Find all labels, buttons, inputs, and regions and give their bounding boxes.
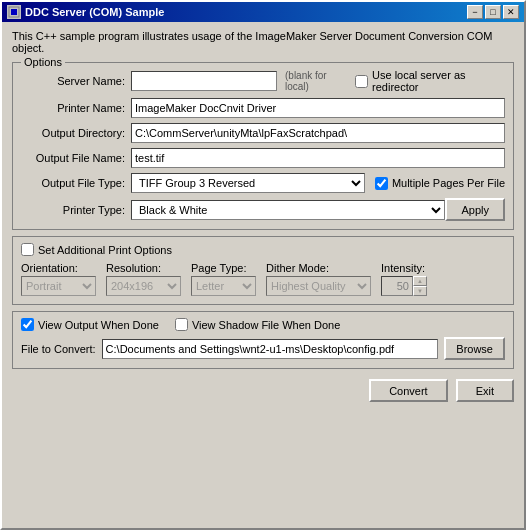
multiple-pages-checkbox[interactable] [375,177,388,190]
view-shadow-text: View Shadow File When Done [192,319,340,331]
intensity-input[interactable] [381,276,413,296]
printer-type-label: Printer Type: [21,204,131,216]
output-dir-row: Output Directory: [21,123,505,143]
server-name-input[interactable] [131,71,277,91]
output-file-type-select[interactable]: TIFF Group 3 Reversed TIFF Group 4 TIFF … [131,173,365,193]
output-dir-label: Output Directory: [21,127,131,139]
file-convert-row: File to Convert: Browse [21,337,505,360]
intensity-spinner: ▲ ▼ [381,276,427,296]
browse-button[interactable]: Browse [444,337,505,360]
view-output-text: View Output When Done [38,319,159,331]
intensity-label: Intensity: [381,262,427,274]
multiple-pages-label[interactable]: Multiple Pages Per File [375,177,505,190]
page-type-select[interactable]: Letter Legal A4 [191,276,256,296]
printer-type-select[interactable]: Black & White Color Grayscale [131,200,445,220]
server-name-label: Server Name: [21,75,131,87]
printer-name-row: Printer Name: [21,98,505,118]
dither-mode-label: Dither Mode: [266,262,371,274]
output-file-input[interactable] [131,148,505,168]
resolution-group: Resolution: 204x196 204x98 [106,262,181,296]
blank-hint: (blank for local) [285,70,349,92]
options-group: Options Server Name: (blank for local) U… [12,62,514,230]
exit-button[interactable]: Exit [456,379,514,402]
output-dir-input[interactable] [131,123,505,143]
orientation-group: Orientation: Portrait Landscape [21,262,96,296]
resolution-select[interactable]: 204x196 204x98 [106,276,181,296]
set-additional-label: Set Additional Print Options [38,244,172,256]
main-window: DDC Server (COM) Sample − □ ✕ This C++ s… [0,0,526,530]
description-text: This C++ sample program illustrates usag… [12,30,514,54]
output-file-type-row: Output File Type: TIFF Group 3 Reversed … [21,173,505,193]
print-options-group: Set Additional Print Options Orientation… [12,236,514,305]
options-group-label: Options [21,56,65,68]
server-name-row: Server Name: (blank for local) Use local… [21,69,505,93]
window-icon [7,5,21,19]
use-local-checkbox[interactable] [355,75,368,88]
minimize-button[interactable]: − [467,5,483,19]
page-type-group: Page Type: Letter Legal A4 [191,262,256,296]
convert-button[interactable]: Convert [369,379,448,402]
svg-rect-1 [11,9,17,15]
dither-mode-select[interactable]: Highest Quality Error Diffusion Threshol… [266,276,371,296]
title-bar: DDC Server (COM) Sample − □ ✕ [2,2,524,22]
printer-type-row: Printer Type: Black & White Color Graysc… [21,198,505,221]
view-shadow-label[interactable]: View Shadow File When Done [175,318,340,331]
set-additional-checkbox[interactable] [21,243,34,256]
view-output-checkbox[interactable] [21,318,34,331]
view-output-label[interactable]: View Output When Done [21,318,159,331]
intensity-group: Intensity: ▲ ▼ [381,262,427,296]
output-file-row: Output File Name: [21,148,505,168]
window-body: This C++ sample program illustrates usag… [2,22,524,528]
file-to-convert-input[interactable] [102,339,439,359]
view-shadow-checkbox[interactable] [175,318,188,331]
orientation-label: Orientation: [21,262,96,274]
apply-button[interactable]: Apply [445,198,505,221]
multiple-pages-text: Multiple Pages Per File [392,177,505,189]
view-options-group: View Output When Done View Shadow File W… [12,311,514,369]
intensity-up-button[interactable]: ▲ [413,276,427,286]
printer-name-input[interactable] [131,98,505,118]
dither-mode-group: Dither Mode: Highest Quality Error Diffu… [266,262,371,296]
printer-name-label: Printer Name: [21,102,131,114]
window-title: DDC Server (COM) Sample [25,6,164,18]
output-file-label: Output File Name: [21,152,131,164]
maximize-button[interactable]: □ [485,5,501,19]
bottom-buttons: Convert Exit [12,375,514,404]
resolution-label: Resolution: [106,262,181,274]
orientation-select[interactable]: Portrait Landscape [21,276,96,296]
page-type-label: Page Type: [191,262,256,274]
use-local-label[interactable]: Use local server as redirector [355,69,505,93]
close-button[interactable]: ✕ [503,5,519,19]
output-file-type-label: Output File Type: [21,177,131,189]
use-local-text: Use local server as redirector [372,69,505,93]
file-to-convert-label: File to Convert: [21,343,96,355]
intensity-down-button[interactable]: ▼ [413,286,427,296]
